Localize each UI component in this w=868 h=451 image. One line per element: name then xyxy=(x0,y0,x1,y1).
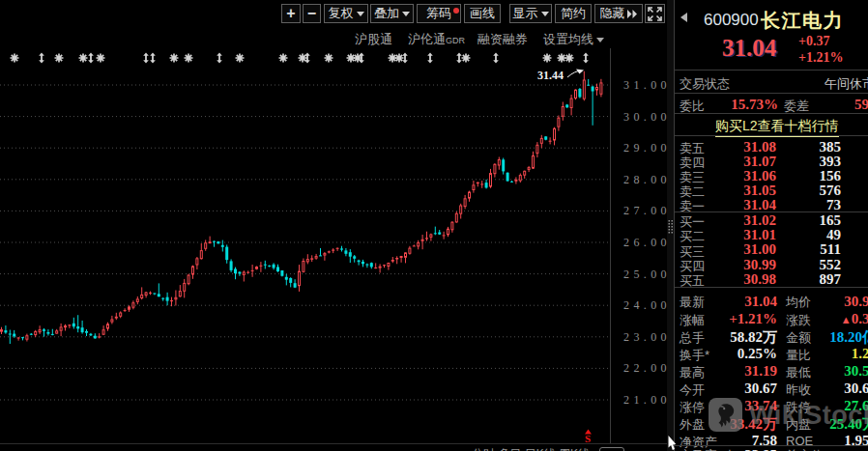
svg-text:S: S xyxy=(585,433,591,444)
svg-text:31.44: 31.44 xyxy=(537,69,564,82)
